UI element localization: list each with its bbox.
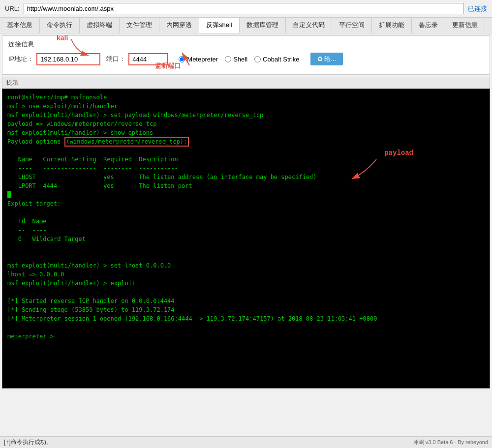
tab-parallel-space[interactable]: 平行空间 (332, 18, 372, 33)
terminal[interactable]: root@silver:/tmp# msfconsole msf > use e… (2, 89, 490, 388)
nav-tabs: 基本信息 命令执行 虚拟终端 文件管理 内网穿透 反弹shell 数据库管理 自… (0, 17, 492, 33)
radio-cobalt-strike[interactable]: Cobalt Strike (254, 56, 299, 63)
tab-file-mgmt[interactable]: 文件管理 (120, 18, 159, 33)
terminal-line-1: root@silver:/tmp# msfconsole msf > use e… (7, 93, 485, 137)
tab-db-mgmt[interactable]: 数据库管理 (240, 18, 286, 33)
tab-cmd-exec[interactable]: 命令执行 (40, 18, 80, 33)
terminal-line-3: Exploit target: Id Name -- ---- 0 Wildca… (7, 199, 485, 341)
tab-extend[interactable]: 扩展功能 (372, 18, 412, 33)
tab-virtual-terminal[interactable]: 虚拟终端 (80, 18, 120, 33)
port-arrow (177, 50, 202, 67)
tab-basic-info[interactable]: 基本信息 (0, 18, 40, 33)
action-button[interactable]: ✿ 给... (310, 53, 343, 65)
radio-shell[interactable]: Shell (225, 56, 247, 63)
terminal-cursor-line (7, 190, 485, 199)
tab-intranet[interactable]: 内网穿透 (159, 18, 199, 33)
kali-arrow (66, 37, 96, 57)
conn-panel: kali 连接信息 IP地址： 端口： 监听端口 (2, 35, 490, 75)
payload-arrow (347, 157, 386, 181)
terminal-line-2: Payload options (windows/meterpreter/rev… (7, 137, 485, 190)
url-bar: URL: 已连接 (0, 0, 492, 17)
url-label: URL: (5, 5, 20, 12)
tab-custom-code[interactable]: 自定义代码 (286, 18, 332, 33)
url-input[interactable] (24, 3, 464, 14)
tab-reverse-shell[interactable]: 反弹shell (199, 18, 240, 33)
annotation-payload: payload (384, 148, 413, 158)
connected-badge: 已连接 (468, 4, 487, 13)
status-bar: [+]命令执行成功。 冰蝎 v3.0 Beta 6 - By rebeyond (0, 436, 492, 448)
status-left: [+]命令执行成功。 (4, 438, 52, 447)
ip-label: IP地址： (8, 55, 33, 63)
tab-notes[interactable]: 备忘录 (412, 18, 445, 33)
terminal-header: 提示 (2, 77, 490, 89)
status-right: 冰蝎 v3.0 Beta 6 - By rebeyond (413, 439, 488, 446)
tab-update-info[interactable]: 更新信息 (445, 18, 485, 33)
port-label: 端口： (106, 55, 125, 63)
